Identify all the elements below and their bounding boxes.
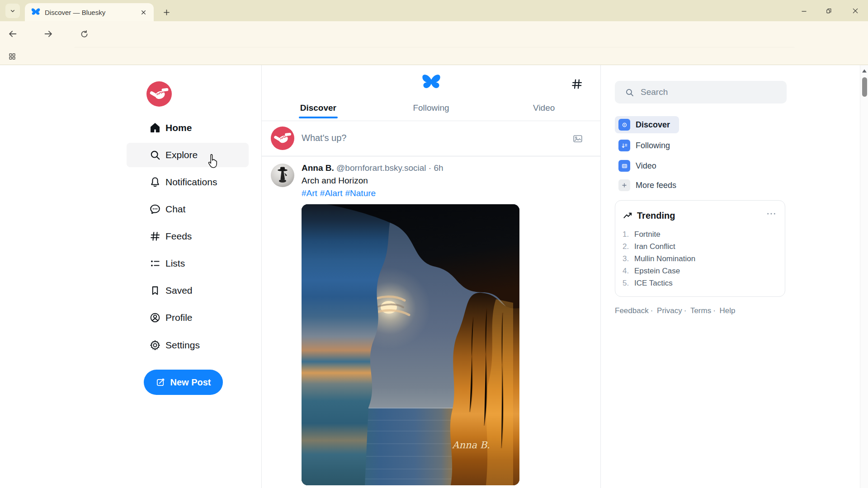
following-feed-icon bbox=[618, 140, 630, 151]
apps-grid-icon[interactable] bbox=[6, 51, 18, 62]
tab-search-chevron-button[interactable] bbox=[5, 4, 20, 18]
hashtag-link[interactable]: #Art bbox=[302, 188, 317, 198]
rail-feed-video[interactable]: Video bbox=[615, 157, 656, 174]
footer-link-help[interactable]: Help bbox=[720, 306, 736, 315]
back-button[interactable] bbox=[5, 26, 20, 42]
sidebar-item-settings[interactable]: Settings bbox=[127, 333, 249, 357]
sidebar-item-notifications[interactable]: Notifications bbox=[127, 170, 249, 194]
post-timestamp: 6h bbox=[434, 163, 443, 173]
hashtag-link[interactable]: #Alart bbox=[320, 188, 343, 198]
forward-arrow-icon bbox=[43, 29, 53, 39]
footer-separator: · bbox=[684, 306, 687, 315]
shaka-hand-avatar-art bbox=[271, 127, 294, 150]
close-icon bbox=[852, 7, 859, 14]
trending-rank: 3. bbox=[623, 254, 634, 263]
search-placeholder: Search bbox=[641, 87, 668, 97]
gear-icon bbox=[149, 339, 161, 351]
trending-label: Epstein Case bbox=[634, 267, 680, 276]
post-hashtags: #Art#Alart#Nature bbox=[302, 188, 378, 198]
feed-tabs: Discover Following Video bbox=[262, 95, 600, 121]
video-feed-icon bbox=[618, 160, 630, 172]
sidebar-item-lists[interactable]: Lists bbox=[127, 251, 249, 276]
trending-item[interactable]: 3.Mullin Nomination bbox=[623, 253, 776, 265]
post-author-handle[interactable]: @bornforart.bsky.social bbox=[336, 163, 426, 173]
tab-label: Video bbox=[533, 103, 555, 113]
trending-label: Mullin Nomination bbox=[634, 254, 695, 263]
window-close-button[interactable] bbox=[846, 5, 864, 17]
post-text: Arch and Horizon bbox=[302, 176, 368, 186]
author-avatar-art bbox=[271, 164, 294, 187]
discover-feed-icon bbox=[618, 119, 630, 131]
rail-feed-following[interactable]: Following bbox=[615, 137, 670, 154]
hashtag-link[interactable]: #Nature bbox=[345, 188, 376, 198]
sidebar-item-feeds[interactable]: Feeds bbox=[127, 224, 249, 249]
feeds-hash-icon[interactable] bbox=[571, 78, 583, 90]
browser-tab[interactable]: Discover — Bluesky bbox=[25, 3, 154, 21]
trending-menu-dots-icon[interactable] bbox=[767, 212, 776, 215]
plus-icon bbox=[618, 179, 630, 191]
trending-item[interactable]: 4.Epstein Case bbox=[623, 265, 776, 277]
tab-close-button[interactable] bbox=[138, 7, 148, 17]
tab-following[interactable]: Following bbox=[375, 95, 488, 121]
account-avatar[interactable] bbox=[146, 81, 172, 107]
rail-feed-label: Discover bbox=[636, 120, 670, 130]
restore-icon bbox=[826, 8, 832, 14]
hash-icon bbox=[149, 230, 161, 242]
scrollbar-thumb[interactable] bbox=[862, 77, 867, 97]
reload-button[interactable] bbox=[76, 26, 92, 42]
active-tab-underline bbox=[299, 117, 338, 118]
tab-video[interactable]: Video bbox=[487, 95, 600, 121]
trending-item[interactable]: 5.ICE Tactics bbox=[623, 277, 776, 289]
sidebar-item-profile[interactable]: Profile bbox=[127, 305, 249, 330]
home-icon bbox=[149, 122, 161, 134]
window-restore-button[interactable] bbox=[820, 5, 838, 17]
new-post-button[interactable]: New Post bbox=[144, 370, 223, 395]
reload-icon bbox=[80, 29, 89, 39]
rail-feed-label: More feeds bbox=[636, 181, 676, 190]
chevron-down-icon bbox=[9, 7, 16, 14]
rail-more-feeds[interactable]: More feeds bbox=[615, 177, 676, 194]
footer-link-terms[interactable]: Terms bbox=[690, 306, 711, 315]
trending-label: Fortnite bbox=[634, 230, 660, 239]
post-image[interactable]: Anna B. bbox=[302, 204, 519, 485]
list-icon bbox=[149, 258, 161, 269]
sidebar-item-label: Notifications bbox=[165, 177, 217, 188]
trending-rank: 5. bbox=[623, 279, 634, 288]
sidebar-item-label: Lists bbox=[165, 258, 185, 269]
plus-icon bbox=[162, 8, 171, 17]
feed-post[interactable]: Anna B. @bornforart.bsky.social · 6h Arc… bbox=[262, 156, 600, 488]
sidebar-item-saved[interactable]: Saved bbox=[127, 278, 249, 303]
add-image-icon[interactable] bbox=[572, 133, 583, 144]
sidebar-item-label: Profile bbox=[165, 312, 193, 323]
composer-avatar[interactable] bbox=[271, 127, 294, 150]
post-author-name[interactable]: Anna B. bbox=[302, 163, 334, 173]
trending-label: Iran Conflict bbox=[634, 242, 675, 251]
new-tab-button[interactable] bbox=[159, 5, 174, 19]
sidebar-item-label: Feeds bbox=[165, 231, 192, 242]
sidebar-item-home[interactable]: Home bbox=[127, 116, 249, 140]
sidebar-item-chat[interactable]: Chat bbox=[127, 197, 249, 221]
search-input[interactable]: Search bbox=[615, 81, 787, 103]
rail-feed-discover[interactable]: Discover bbox=[615, 116, 679, 133]
trending-item[interactable]: 2.Iran Conflict bbox=[623, 240, 776, 253]
trending-item[interactable]: 1.Fortnite bbox=[623, 228, 776, 240]
page-scrollbar[interactable] bbox=[860, 65, 868, 488]
footer-link-privacy[interactable]: Privacy bbox=[657, 306, 682, 315]
scroll-up-arrow-icon[interactable] bbox=[862, 69, 867, 73]
sidebar-item-label: Home bbox=[165, 122, 192, 133]
sidebar-item-explore[interactable]: Explore bbox=[127, 143, 249, 167]
tab-label: Following bbox=[413, 103, 449, 113]
new-post-label: New Post bbox=[170, 377, 211, 388]
forward-button[interactable] bbox=[41, 26, 56, 42]
tab-discover[interactable]: Discover bbox=[262, 95, 375, 121]
footer-separator: · bbox=[651, 306, 653, 315]
search-icon bbox=[149, 149, 161, 161]
bell-icon bbox=[149, 176, 161, 188]
sidebar-item-label: Explore bbox=[165, 150, 198, 160]
post-composer[interactable]: What's up? bbox=[262, 121, 600, 156]
compose-icon bbox=[156, 377, 165, 387]
window-minimize-button[interactable] bbox=[795, 5, 813, 17]
post-author-avatar[interactable] bbox=[271, 164, 294, 187]
footer-link-feedback[interactable]: Feedback bbox=[615, 306, 649, 315]
trending-header: Trending bbox=[623, 211, 675, 221]
